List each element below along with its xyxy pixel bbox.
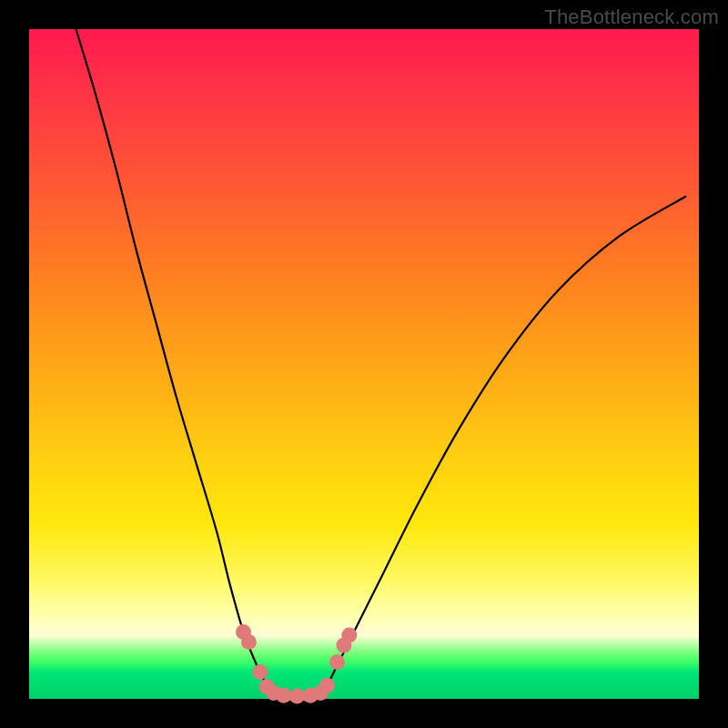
curve-right	[324, 197, 685, 693]
marker-dot	[241, 634, 257, 650]
marker-dot	[252, 664, 268, 680]
marker-dot	[289, 689, 305, 704]
marker-dot	[319, 678, 335, 693]
marker-dot	[329, 654, 345, 670]
watermark-text: TheBottleneck.com	[544, 5, 719, 29]
marker-dot	[276, 688, 291, 703]
highlight-markers	[236, 624, 357, 704]
outer-frame: TheBottleneck.com	[0, 0, 728, 728]
plot-area	[29, 29, 699, 699]
marker-dot	[341, 628, 357, 643]
curve-left	[76, 29, 270, 693]
chart-svg	[29, 29, 699, 699]
